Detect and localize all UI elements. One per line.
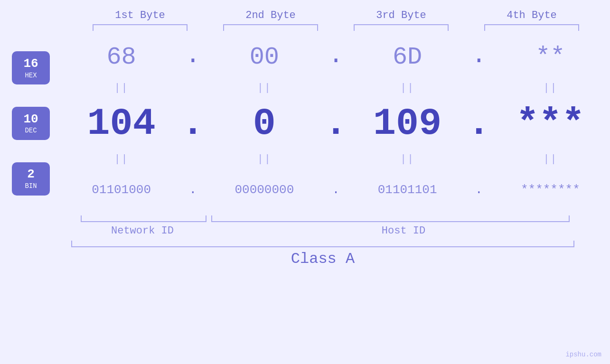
hex-val-2: 00: [250, 43, 279, 71]
bin-cell-2: 00000000: [205, 183, 324, 197]
hex-cell-4: **: [491, 43, 610, 71]
eq-sign-1-1: ||: [114, 82, 128, 94]
byte-labels-row: 1st Byte 2nd Byte 3rd Byte 4th Byte: [75, 9, 597, 24]
dot-dec-3: .: [467, 102, 491, 145]
bin-val-1: 01101000: [92, 183, 151, 197]
dec-num: 10: [23, 112, 38, 126]
eq-2-3: ||: [348, 153, 467, 165]
base-labels-column: 16 HEX 10 DEC 2 BIN: [0, 36, 62, 211]
eq-1-2: ||: [205, 82, 324, 94]
dot-bin-1: .: [181, 183, 205, 197]
bin-cell-3: 01101101: [348, 183, 467, 197]
dec-badge: 10 DEC: [12, 107, 50, 140]
class-bracket: [71, 241, 574, 247]
bracket-top-2: [223, 24, 318, 31]
host-id-label: Host ID: [223, 225, 584, 237]
eq-1-3: ||: [348, 82, 467, 94]
eq-2-2: ||: [205, 153, 324, 165]
network-bracket: [81, 215, 206, 222]
bracket-cell-2: [206, 24, 336, 31]
dot-bin-2: .: [324, 183, 348, 197]
class-section: Class A: [62, 241, 584, 268]
dec-val-3: 109: [373, 102, 441, 145]
eq-sign-2-1: ||: [114, 153, 128, 165]
dec-val-4: ***: [516, 102, 584, 145]
hex-val-1: 68: [106, 43, 136, 71]
hex-cell-3: 6D: [348, 43, 467, 71]
equals-row-1: || || || ||: [62, 78, 610, 97]
bin-cell-4: ********: [491, 183, 610, 197]
network-id-label: Network ID: [62, 225, 223, 237]
dec-row: 104 . 0 . 109 . ***: [62, 97, 610, 149]
dot-bin-3: .: [467, 183, 491, 197]
host-bracket: [211, 215, 570, 222]
eq-sign-2-3: ||: [400, 153, 414, 165]
eq-sign-2-2: ||: [257, 153, 272, 165]
equals-row-2: || || || ||: [62, 149, 610, 168]
hex-val-4: **: [535, 43, 565, 71]
hex-num: 16: [23, 57, 38, 71]
bin-cell-1: 01101000: [62, 183, 181, 197]
dot-dec-1: .: [181, 102, 205, 145]
hex-cell-1: 68: [62, 43, 181, 71]
eq-1-4: ||: [491, 82, 610, 94]
bin-badge: 2 BIN: [12, 162, 50, 196]
byte-label-3: 3rd Byte: [336, 9, 467, 24]
main-container: 1st Byte 2nd Byte 3rd Byte 4th Byte 16 H…: [0, 0, 610, 364]
bin-name: BIN: [25, 182, 37, 190]
bracket-cell-3: [336, 24, 467, 31]
id-labels: Network ID Host ID: [62, 225, 584, 237]
hex-val-3: 6D: [393, 43, 422, 71]
eq-sign-1-2: ||: [257, 82, 272, 94]
eq-1-1: ||: [62, 82, 181, 94]
bracket-top-1: [93, 24, 188, 31]
bottom-brackets: [62, 215, 584, 222]
dec-cell-2: 0: [205, 102, 324, 145]
dec-cell-1: 104: [62, 102, 181, 145]
eq-sign-2-4: ||: [543, 153, 557, 165]
main-area: 16 HEX 10 DEC 2 BIN 68 .: [0, 36, 610, 211]
eq-2-1: ||: [62, 153, 181, 165]
dot-hex-2: .: [324, 42, 348, 72]
hex-row: 68 . 00 . 6D . **: [62, 36, 610, 78]
bracket-top-4: [484, 24, 579, 31]
class-label: Class A: [62, 250, 584, 268]
byte-label-4: 4th Byte: [467, 9, 597, 24]
bin-val-2: 00000000: [235, 183, 294, 197]
bracket-cell-4: [467, 24, 597, 31]
dec-val-1: 104: [87, 102, 156, 145]
bracket-top-3: [354, 24, 449, 31]
eq-2-4: ||: [491, 153, 610, 165]
dot-dec-2: .: [324, 102, 348, 145]
bin-val-3: 01101101: [378, 183, 437, 197]
dot-hex-1: .: [181, 42, 205, 72]
dec-cell-3: 109: [348, 102, 467, 145]
bracket-cell-1: [75, 24, 206, 31]
eq-sign-1-4: ||: [543, 82, 557, 94]
watermark: ipshu.com: [565, 351, 601, 358]
dot-hex-3: .: [467, 42, 491, 72]
bin-val-4: ********: [521, 183, 580, 197]
top-brackets-row: [75, 24, 597, 31]
hex-name: HEX: [25, 72, 37, 79]
bottom-section: Network ID Host ID Class A: [0, 214, 610, 268]
eq-sign-1-3: ||: [400, 82, 414, 94]
hex-cell-2: 00: [205, 43, 324, 71]
dec-val-2: 0: [253, 102, 276, 145]
dec-name: DEC: [25, 127, 37, 134]
byte-label-2: 2nd Byte: [206, 9, 336, 24]
values-grid: 68 . 00 . 6D . **: [62, 36, 610, 211]
hex-badge: 16 HEX: [12, 51, 50, 84]
bin-num: 2: [27, 168, 35, 181]
bin-row: 01101000 . 00000000 . 01101101 .: [62, 168, 610, 211]
byte-label-1: 1st Byte: [75, 9, 206, 24]
dec-cell-4: ***: [491, 102, 610, 145]
